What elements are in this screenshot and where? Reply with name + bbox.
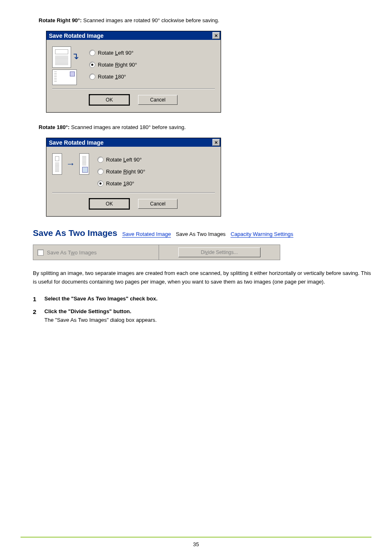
page-number: 35	[0, 541, 392, 547]
rotate-90-intro: Rotate Right 90°: Scanned images are rot…	[39, 17, 371, 23]
rotate-180-intro: Rotate 180°: Scanned images are rotated …	[39, 124, 371, 130]
dialog-titlebar: Save Rotated Image ×	[46, 138, 221, 147]
radio-icon	[89, 62, 95, 68]
divide-settings-button[interactable]: Divide Settings...	[178, 247, 261, 257]
page-rotated-icon	[79, 153, 89, 175]
section-header-row: Save As Two Images Save Rotated Image Sa…	[33, 228, 371, 238]
save-rotated-dialog-180: Save Rotated Image × → Rotate Left 90°	[46, 138, 221, 217]
step-1-text: Select the "Save As Two Images" check bo…	[44, 295, 157, 302]
save-two-images-strip: Save As Two Images Divide Settings...	[33, 245, 280, 260]
step-1-number: 1	[33, 295, 39, 302]
dialog-titlebar: Save Rotated Image ×	[46, 31, 221, 40]
step-2-sub: The "Save As Two Images" dialog box appe…	[44, 317, 157, 323]
radio-icon	[89, 74, 95, 80]
save-two-images-checkbox-row[interactable]: Save As Two Images	[33, 245, 159, 260]
radio-label: Rotate 180°	[106, 180, 134, 187]
divide-settings-button-cell: Divide Settings...	[159, 245, 280, 260]
description-paragraph: By splitting an image, two separate imag…	[33, 269, 371, 286]
radio-rotate-180[interactable]: Rotate 180°	[89, 74, 137, 80]
save-rotated-dialog-90: Save Rotated Image × ↴ Rotate Left 90°	[46, 31, 221, 113]
dialog-title: Save Rotated Image	[49, 32, 104, 39]
radio-label: Rotate Right 90°	[106, 169, 145, 175]
cancel-button[interactable]: Cancel	[138, 199, 178, 209]
rotate-90-text: Scanned images are rotated 90° clockwise…	[82, 17, 219, 23]
dialog-body: → Rotate Left 90° Rotate Right 90°	[46, 147, 221, 216]
rotate-arrow-icon: ↴	[71, 51, 79, 62]
radio-rotate-right[interactable]: Rotate Right 90°	[89, 62, 137, 68]
radio-rotate-right[interactable]: Rotate Right 90°	[97, 169, 145, 175]
dialog-body: ↴ Rotate Left 90° Rotate Right 90°	[46, 40, 221, 112]
cancel-button[interactable]: Cancel	[138, 95, 178, 105]
radio-rotate-left[interactable]: Rotate Left 90°	[89, 50, 137, 56]
radio-icon	[97, 180, 104, 187]
checkbox-label: Save As Two Images	[47, 249, 97, 256]
rotate-180-label: Rotate 180°:	[39, 124, 69, 130]
close-icon[interactable]: ×	[212, 139, 220, 146]
nav-current: Save As Two Images	[176, 231, 226, 237]
checkbox-icon	[37, 249, 44, 256]
ok-button[interactable]: OK	[90, 95, 129, 105]
dialog-icon-90: ↴	[52, 44, 89, 85]
dialog-icon-180: →	[52, 151, 89, 175]
radio-label: Rotate Right 90°	[98, 62, 137, 68]
link-next[interactable]: Capacity Warning Settings	[231, 231, 293, 238]
rotate-180-text: Scanned images are rotated 180° before s…	[69, 124, 186, 130]
page-icon: ↴	[52, 46, 71, 68]
rotate-90-label: Rotate Right 90°:	[39, 17, 82, 23]
button-label: Divide Settings...	[201, 249, 238, 255]
page-icon	[52, 153, 62, 175]
radio-icon	[97, 157, 104, 163]
radio-label: Rotate Left 90°	[98, 50, 134, 56]
separator	[52, 192, 215, 193]
dialog-title: Save Rotated Image	[49, 139, 104, 146]
radio-label: Rotate 180°	[98, 74, 126, 80]
close-icon[interactable]: ×	[212, 32, 220, 39]
step-2-number: 2	[33, 308, 39, 315]
ok-button[interactable]: OK	[90, 199, 129, 209]
radio-rotate-180[interactable]: Rotate 180°	[97, 180, 145, 187]
radio-icon	[97, 169, 104, 175]
separator	[52, 88, 215, 89]
page-rotated-icon	[52, 69, 77, 85]
footer-rule	[21, 537, 371, 538]
link-prev[interactable]: Save Rotated Image	[122, 231, 171, 238]
section-heading: Save As Two Images	[33, 228, 117, 238]
radio-label: Rotate Left 90°	[106, 157, 142, 163]
radio-icon	[89, 50, 95, 56]
arrow-right-icon: →	[66, 159, 75, 169]
radio-rotate-left[interactable]: Rotate Left 90°	[97, 157, 145, 163]
step-2-text: Click the "Divide Settings" button.	[44, 308, 131, 314]
